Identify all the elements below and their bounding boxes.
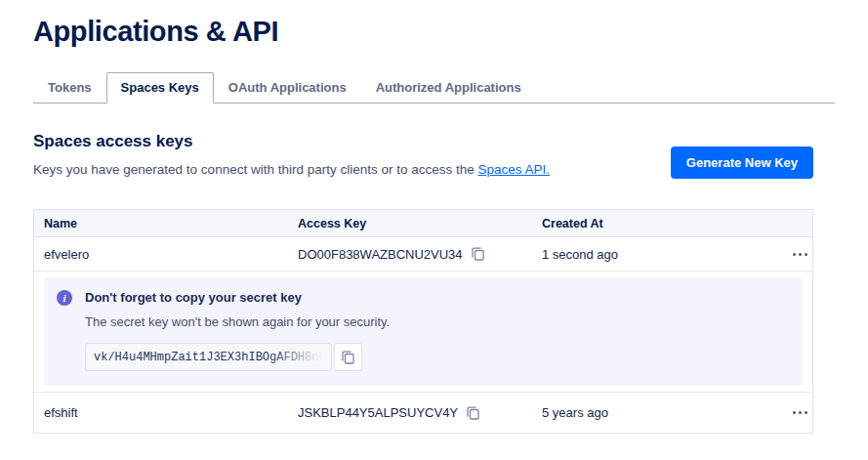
section-description-text: Keys you have generated to connect with … bbox=[33, 162, 478, 177]
callout-body: The secret key won't be shown again for … bbox=[85, 314, 390, 329]
access-key-cell: DO00F838WAZBCNU2VU34 bbox=[288, 247, 532, 262]
key-name: efvelero bbox=[34, 247, 288, 262]
row-actions bbox=[771, 247, 812, 262]
secret-key-callout: i Don't forget to copy your secret key T… bbox=[44, 277, 803, 386]
tab-spaces-keys[interactable]: Spaces Keys bbox=[106, 72, 214, 104]
table-row: efvelero DO00F838WAZBCNU2VU34 1 second a… bbox=[34, 237, 812, 272]
applications-api-page: Applications & API Tokens Spaces Keys OA… bbox=[0, 16, 868, 434]
more-options-icon[interactable] bbox=[791, 405, 809, 420]
secret-key-value: vk/H4u4MHmpZait1J3EX3hIBOgAFDH8n6gTv3H bbox=[94, 351, 332, 364]
callout-title: Don't forget to copy your secret key bbox=[85, 290, 390, 305]
copy-access-key-button[interactable] bbox=[472, 247, 484, 261]
column-header-name: Name bbox=[34, 217, 288, 230]
callout-content: Don't forget to copy your secret key The… bbox=[85, 290, 390, 371]
table-row: efshift JSKBLP44Y5ALPSUYCV4Y 5 years ago bbox=[34, 393, 812, 433]
tab-authorized-applications[interactable]: Authorized Applications bbox=[361, 72, 536, 104]
tab-bar: Tokens Spaces Keys OAuth Applications Au… bbox=[33, 72, 835, 104]
access-key-value: DO00F838WAZBCNU2VU34 bbox=[298, 247, 463, 262]
section-description: Keys you have generated to connect with … bbox=[33, 162, 550, 177]
copy-secret-key-button[interactable] bbox=[334, 343, 362, 371]
tab-oauth-applications[interactable]: OAuth Applications bbox=[214, 72, 361, 104]
info-icon: i bbox=[57, 290, 72, 306]
secret-key-callout-row: i Don't forget to copy your secret key T… bbox=[34, 272, 812, 393]
column-header-access-key: Access Key bbox=[288, 217, 532, 230]
access-key-cell: JSKBLP44Y5ALPSUYCV4Y bbox=[288, 405, 532, 420]
more-options-icon[interactable] bbox=[791, 247, 809, 262]
created-at-value: 1 second ago bbox=[532, 247, 771, 262]
table-header-row: Name Access Key Created At bbox=[34, 210, 812, 237]
section-header: Spaces access keys Keys you have generat… bbox=[33, 132, 813, 179]
generate-new-key-button[interactable]: Generate New Key bbox=[671, 146, 813, 179]
spaces-api-link[interactable]: Spaces API. bbox=[478, 162, 551, 177]
column-header-created-at: Created At bbox=[532, 217, 771, 230]
copy-icon bbox=[472, 247, 484, 261]
key-name: efshift bbox=[34, 405, 288, 420]
row-actions bbox=[771, 405, 812, 420]
tab-tokens[interactable]: Tokens bbox=[33, 72, 106, 104]
secret-key-field[interactable]: vk/H4u4MHmpZait1J3EX3hIBOgAFDH8n6gTv3H bbox=[85, 343, 332, 371]
copy-icon bbox=[467, 406, 479, 420]
access-key-value: JSKBLP44Y5ALPSUYCV4Y bbox=[298, 405, 458, 420]
spaces-keys-table: Name Access Key Created At efvelero DO00… bbox=[33, 209, 813, 434]
secret-key-field-group: vk/H4u4MHmpZait1J3EX3hIBOgAFDH8n6gTv3H bbox=[85, 343, 390, 371]
page-title: Applications & API bbox=[33, 16, 813, 48]
copy-icon bbox=[342, 351, 354, 364]
section-heading: Spaces access keys bbox=[33, 132, 550, 151]
created-at-value: 5 years ago bbox=[532, 405, 771, 420]
section-header-text: Spaces access keys Keys you have generat… bbox=[33, 132, 550, 179]
copy-access-key-button[interactable] bbox=[467, 406, 479, 420]
